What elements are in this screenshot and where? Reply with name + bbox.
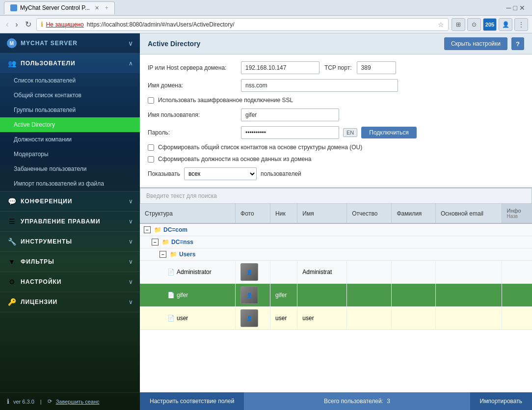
administrator-name: Administrator (177, 269, 212, 275)
sidebar: M MYCHAT SERVER ∨ 👥 ПОЛЬЗОВАТЕЛИ ∧ Списо… (0, 33, 140, 410)
domain-input[interactable] (241, 79, 398, 92)
sidebar-item-banned[interactable]: Забаненные пользователи (0, 162, 140, 176)
sidebar-settings-header-left: ⚙ НАСТРОЙКИ (7, 277, 61, 287)
mychat-logo-icon: M (7, 38, 17, 48)
tree-row-dc-nss[interactable]: − 📁 DC=nss (140, 236, 532, 248)
sidebar-section-users-header[interactable]: 👥 ПОЛЬЗОВАТЕЛИ ∧ (0, 54, 140, 73)
gifer-nick: gifer (270, 284, 297, 307)
ssl-label: Использовать зашифрованное подключение S… (158, 97, 293, 104)
col-last: Фамилия (392, 204, 436, 223)
ip-label: IP или Host сервера домена: (148, 64, 236, 71)
search-bar[interactable]: Введите текст для поиска (140, 188, 532, 204)
collapse-users-button[interactable]: − (160, 251, 166, 258)
minimize-button[interactable]: ─ (506, 4, 511, 12)
licenses-icon: 🔑 (7, 297, 17, 307)
sidebar-conferences-title: КОНФЕРЕНЦИИ (21, 198, 72, 205)
sidebar-item-moderators[interactable]: Модераторы (0, 147, 140, 162)
refresh-button[interactable]: ↻ (23, 19, 33, 30)
table-row-administrator[interactable]: 📄 Administrator 👤 Administrat (140, 261, 532, 284)
show-label: Показывать (148, 170, 180, 177)
settings-menu-button[interactable]: ⋮ (514, 18, 528, 31)
hide-settings-button[interactable]: Скрыть настройки (444, 37, 507, 50)
administrator-email (436, 261, 502, 284)
users-section-icon: 👥 (7, 58, 17, 68)
sidebar-rights-header-left: ☰ УПРАВЛЕНИЕ ПРАВАМИ (7, 217, 101, 226)
connect-button[interactable]: Подключиться (361, 127, 416, 138)
close-button[interactable]: ✕ (519, 4, 525, 12)
sidebar-licenses-header[interactable]: 🔑 ЛИЦЕНЗИИ ∨ (0, 292, 140, 312)
extensions-button[interactable]: ⊞ (452, 18, 465, 31)
browser-nav-bar: ‹ › ↻ ℹ Не защищено https://localhost:80… (0, 16, 532, 33)
positions-checkbox-row: Сформировать должности на основе данных … (148, 156, 524, 163)
username-input[interactable] (241, 109, 339, 121)
sidebar-item-user-list[interactable]: Список пользователей (0, 73, 140, 88)
sidebar-filters-header-left: ▼ ФИЛЬТРЫ (7, 257, 54, 267)
administrator-last (392, 261, 436, 284)
user-info (502, 307, 532, 330)
map-fields-button[interactable]: Настроить соответствие полей (140, 392, 244, 410)
folder-users-icon: 📁 (170, 251, 177, 258)
sidebar-filters-header[interactable]: ▼ ФИЛЬТРЫ ∨ (0, 252, 140, 272)
sidebar-item-positions[interactable]: Должности компании (0, 132, 140, 147)
import-button[interactable]: Импортировать (470, 392, 532, 410)
show-select[interactable]: всех импортированных не импортированных (184, 167, 257, 180)
settings-header-buttons: Скрыть настройки ? (444, 37, 524, 50)
browser-tab[interactable]: MyChat Server Control P... ✕ + (4, 1, 115, 14)
user-avatar: 👤 (240, 309, 258, 327)
gifer-middle (347, 284, 392, 307)
domain-row: Имя домена: (148, 79, 524, 92)
password-input[interactable] (241, 126, 339, 139)
gifer-first (297, 284, 347, 307)
collapse-dc-com-button[interactable]: − (144, 226, 151, 233)
language-badge: EN (343, 128, 357, 137)
tab-close-button[interactable]: ✕ (95, 5, 99, 11)
sidebar-header[interactable]: M MYCHAT SERVER ∨ (0, 33, 140, 54)
tree-row-users-folder[interactable]: − 📁 Users (140, 248, 532, 261)
user-profile-button[interactable]: 👤 (499, 18, 512, 31)
history-button[interactable]: ⊙ (467, 18, 481, 31)
table-row-user[interactable]: 📄 user 👤 user user (140, 307, 532, 330)
sidebar-section-users: 👥 ПОЛЬЗОВАТЕЛИ ∧ Список пользователей Об… (0, 54, 140, 191)
sidebar-item-contacts[interactable]: Общий список контактов (0, 88, 140, 103)
maximize-button[interactable]: □ (513, 4, 517, 12)
tree-row-dc-com[interactable]: − 📁 DC=com (140, 223, 532, 236)
collapse-dc-nss-button[interactable]: − (152, 239, 159, 246)
administrator-nick (270, 261, 297, 284)
sidebar-settings-title: НАСТРОЙКИ (21, 278, 61, 285)
address-bar[interactable]: ℹ Не защищено https://localhost:8080/adm… (36, 18, 449, 31)
sidebar-settings-header[interactable]: ⚙ НАСТРОЙКИ ∨ (0, 272, 140, 292)
sidebar-item-import-file[interactable]: Импорт пользователей из файла (0, 176, 140, 191)
sidebar-conferences-header[interactable]: 💬 КОНФЕРЕНЦИИ ∨ (0, 191, 140, 211)
show-suffix: пользователей (261, 170, 301, 177)
administrator-photo-cell: 👤 (236, 261, 270, 284)
notification-badge[interactable]: 205 (483, 18, 497, 31)
forward-button[interactable]: › (13, 19, 20, 30)
bookmark-icon[interactable]: ☆ (438, 21, 444, 28)
table-body: − 📁 DC=com − 📁 DC=nss (140, 223, 532, 330)
positions-checkbox[interactable] (148, 156, 154, 163)
back-button[interactable]: ‹ (4, 19, 10, 30)
bottom-bar: Настроить соответствие полей Всего польз… (140, 392, 532, 410)
administrator-info (502, 261, 532, 284)
tools-chevron-icon: ∨ (129, 238, 133, 245)
logout-link[interactable]: Завершить сеанс (56, 399, 100, 405)
sidebar-tools-header[interactable]: 🔧 ИНСТРУМЕНТЫ ∨ (0, 232, 140, 251)
new-tab-button[interactable]: + (105, 4, 108, 11)
port-input[interactable] (357, 61, 396, 74)
sidebar-rights-header[interactable]: ☰ УПРАВЛЕНИЕ ПРАВАМИ ∨ (0, 212, 140, 231)
table-row-gifer[interactable]: 📄 gifer 👤 gifer (140, 284, 532, 307)
col-name: Имя (297, 204, 347, 223)
sidebar-rights-title: УПРАВЛЕНИЕ ПРАВАМИ (21, 218, 101, 225)
help-button[interactable]: ? (511, 37, 524, 50)
sidebar-conferences-header-left: 💬 КОНФЕРЕНЦИИ (7, 196, 72, 206)
gifer-last (392, 284, 436, 307)
sidebar-item-groups[interactable]: Группы пользователей (0, 103, 140, 117)
sidebar-item-active-directory[interactable]: Active Directory (0, 117, 140, 132)
ip-input[interactable] (241, 61, 319, 74)
ssl-checkbox[interactable] (148, 97, 154, 104)
contacts-checkbox[interactable] (148, 144, 154, 151)
licenses-chevron-icon: ∨ (129, 299, 133, 305)
sidebar-section-licenses: 🔑 ЛИЦЕНЗИИ ∨ (0, 292, 140, 312)
user-name: user (177, 315, 188, 322)
settings-header: Active Directory Скрыть настройки ? (140, 33, 532, 55)
